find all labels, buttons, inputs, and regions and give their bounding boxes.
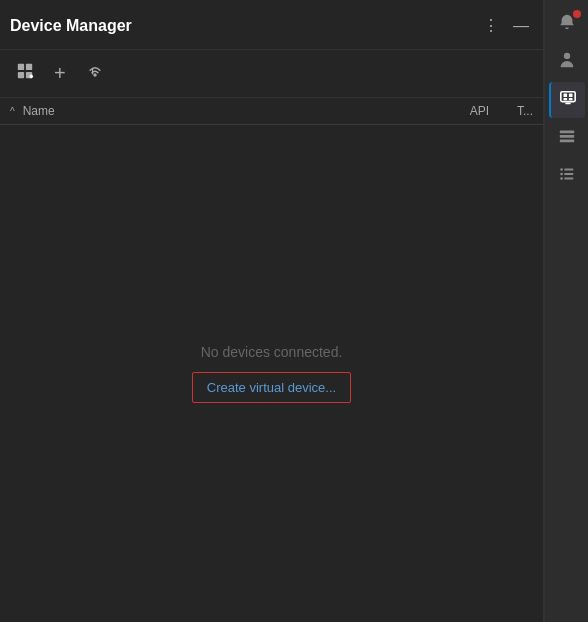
title-actions: ⋮ —	[479, 14, 533, 38]
svg-rect-14	[559, 130, 573, 133]
empty-state: No devices connected. Create virtual dev…	[0, 125, 543, 622]
more-options-icon: ⋮	[483, 18, 499, 34]
svg-point-19	[560, 177, 563, 180]
device-manager-sidebar-button[interactable]	[549, 82, 585, 118]
col-api-header: API	[439, 104, 489, 118]
device-manager-icon	[559, 89, 577, 112]
grid-view-button[interactable]	[10, 58, 40, 89]
list-view-button[interactable]	[549, 158, 585, 194]
svg-point-18	[560, 172, 563, 175]
minimize-button[interactable]: —	[509, 14, 533, 38]
toolbar: +	[0, 50, 543, 98]
list-icon	[558, 165, 576, 188]
svg-rect-9	[563, 93, 567, 97]
svg-rect-21	[564, 173, 573, 175]
layers-button[interactable]	[549, 120, 585, 156]
svg-rect-15	[559, 135, 573, 138]
profile-button[interactable]	[549, 44, 585, 80]
svg-rect-16	[559, 139, 573, 142]
right-sidebar	[544, 0, 588, 622]
svg-rect-1	[26, 64, 32, 70]
svg-rect-11	[563, 98, 567, 100]
col-name-header: Name	[23, 104, 435, 118]
no-devices-label: No devices connected.	[201, 344, 343, 360]
notifications-button[interactable]	[549, 6, 585, 42]
more-options-button[interactable]: ⋮	[479, 14, 503, 38]
add-device-button[interactable]: +	[48, 58, 72, 89]
svg-rect-12	[568, 98, 572, 100]
svg-rect-22	[564, 177, 573, 179]
layers-icon	[558, 127, 576, 150]
svg-point-6	[94, 74, 96, 76]
notification-dot	[573, 10, 581, 18]
minimize-icon: —	[513, 18, 529, 34]
svg-rect-10	[568, 93, 572, 97]
grid-icon	[16, 62, 34, 85]
svg-rect-8	[560, 91, 574, 101]
main-panel: Device Manager ⋮ —	[0, 0, 544, 622]
col-type-header: T...	[493, 104, 533, 118]
svg-rect-0	[18, 64, 24, 70]
wifi-icon	[86, 62, 104, 85]
table-header: ^ Name API T...	[0, 98, 543, 125]
title-bar: Device Manager ⋮ —	[0, 0, 543, 50]
sort-icon: ^	[10, 106, 15, 117]
person-icon	[558, 51, 576, 74]
svg-rect-20	[564, 168, 573, 170]
page-title: Device Manager	[10, 17, 132, 35]
svg-point-17	[560, 168, 563, 171]
add-icon: +	[54, 62, 66, 85]
svg-rect-2	[18, 72, 24, 78]
connection-button[interactable]	[80, 58, 110, 89]
create-virtual-device-button[interactable]: Create virtual device...	[192, 372, 351, 403]
svg-rect-13	[565, 102, 570, 104]
